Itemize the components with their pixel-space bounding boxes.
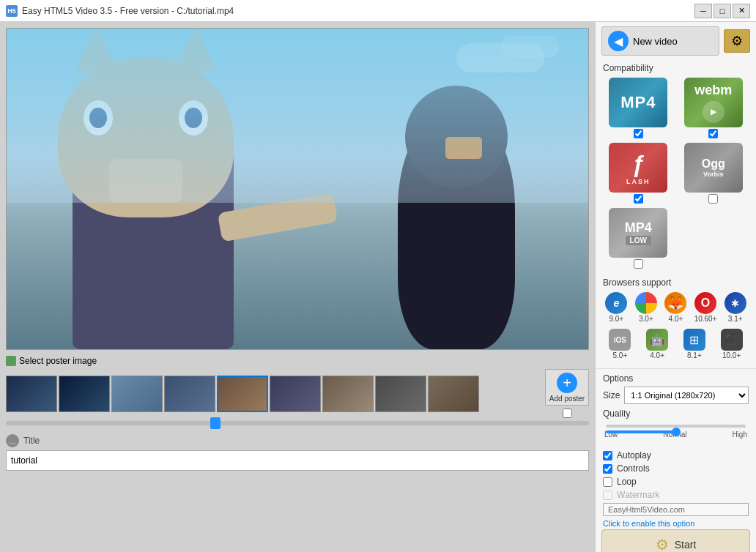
add-poster-button[interactable]: + Add poster: [545, 369, 589, 406]
settings-button[interactable]: ⚙: [724, 29, 750, 53]
app-title: Easy HTML5 Video 3.5 - Free version - C:…: [22, 6, 234, 16]
gear-icon: ⚙: [731, 33, 743, 49]
autoplay-checkbox[interactable]: [603, 451, 612, 460]
title-icon: …: [6, 434, 19, 447]
thumb-7[interactable]: [322, 376, 374, 412]
quality-row: Quality Low Normal High: [603, 409, 749, 439]
start-cog-icon: ⚙: [656, 536, 669, 552]
browser-firefox-version: 4.0+: [669, 315, 683, 323]
browser-chrome-icon: [635, 292, 657, 314]
browser-opera: O 10.60+: [692, 292, 719, 323]
mp4low-checkbox-row: [634, 259, 643, 269]
sky-layer: [7, 29, 588, 203]
title-input[interactable]: [6, 450, 589, 471]
title-bar: H5 Easy HTML5 Video 3.5 - Free version -…: [0, 0, 756, 22]
quality-thumb[interactable]: [672, 428, 681, 436]
browser-opera-icon: O: [694, 292, 716, 314]
poster-slider-track: [6, 421, 589, 425]
quality-fill: [606, 430, 679, 433]
watermark-checkbox: [603, 491, 612, 500]
badge-ogg: Ogg Vorbis: [684, 143, 743, 193]
poster-slider-thumb[interactable]: [210, 417, 220, 429]
options-label: Options: [603, 372, 749, 387]
poster-header: Select poster image: [6, 354, 589, 368]
loop-row: Loop: [596, 475, 756, 488]
new-video-label: New video: [633, 36, 678, 47]
controls-row: Controls: [596, 462, 756, 475]
badge-flash-icon: ƒ: [631, 151, 645, 178]
quality-label: Quality: [603, 409, 749, 419]
mobile-ios: iOS 5.0+: [603, 329, 637, 359]
flash-checkbox-row: [634, 194, 643, 204]
poster-area: Select poster image: [6, 354, 589, 430]
thumb-3[interactable]: [111, 376, 163, 412]
add-poster-plus-icon: +: [557, 373, 577, 393]
ogg-checkbox[interactable]: [708, 194, 718, 204]
main-container: Select poster image: [0, 22, 756, 552]
badge-mp4low-sub: LOW: [626, 236, 651, 245]
app-icon: H5: [6, 5, 18, 17]
add-poster-label: Add poster: [549, 395, 585, 403]
mp4-checkbox[interactable]: [634, 129, 643, 138]
badge-ogg-text: Ogg: [702, 157, 725, 171]
title-label-row: … Title: [6, 434, 589, 447]
browser-opera-version: 10.60+: [694, 315, 717, 323]
compat-mp4[interactable]: MP4: [603, 78, 674, 138]
browsers-grid: e 9.0+ 3.0+ 🦊 4.0+ O 10.60+ ✱ 3.1+: [596, 289, 756, 329]
mobile-winphone: ⊞ 8.1+: [678, 329, 712, 359]
thumb-4[interactable]: [164, 376, 215, 412]
thumb-2[interactable]: [59, 376, 110, 412]
minimize-button[interactable]: ─: [694, 4, 712, 18]
add-poster-wrap: + Add poster: [545, 369, 589, 418]
controls-checkbox[interactable]: [603, 464, 612, 474]
start-button[interactable]: ⚙ Start: [601, 529, 750, 552]
mp4low-checkbox[interactable]: [634, 259, 643, 269]
webm-checkbox[interactable]: [708, 129, 718, 138]
video-preview: [6, 28, 589, 350]
android-icon: 🤖: [646, 329, 668, 351]
watermark-input[interactable]: [603, 503, 749, 516]
thumb-6[interactable]: [270, 376, 321, 412]
loop-checkbox[interactable]: [603, 477, 612, 487]
new-video-button[interactable]: ◀ New video: [601, 26, 719, 56]
compat-ogg[interactable]: Ogg Vorbis: [678, 143, 749, 204]
thumb-8[interactable]: [375, 376, 426, 412]
compat-flash[interactable]: ƒ LASH: [603, 143, 674, 204]
bb-version: 10.0+: [722, 351, 741, 359]
browser-chrome-version: 3.0+: [639, 315, 653, 323]
poster-checkbox[interactable]: [563, 409, 572, 418]
video-frame: [7, 29, 588, 349]
browser-other-version: 3.1+: [728, 315, 743, 323]
badge-webm: webm ▶: [684, 78, 743, 127]
thumb-9[interactable]: [428, 376, 479, 412]
watermark-row: Watermark: [596, 488, 756, 501]
mobile-grid: iOS 5.0+ 🤖 4.0+ ⊞ 8.1+ ⬛ 10.0+: [596, 329, 756, 365]
flash-checkbox[interactable]: [634, 194, 643, 204]
compat-webm[interactable]: webm ▶: [678, 78, 749, 138]
close-button[interactable]: ✕: [733, 4, 750, 18]
quality-high-label: High: [732, 430, 747, 439]
compatibility-grid: MP4 webm ▶ ƒ LASH: [596, 75, 756, 275]
mp4-checkbox-row: [634, 129, 643, 138]
browser-ie: e 9.0+: [603, 292, 630, 323]
size-select[interactable]: 1:1 Original (1280x720) Custom 4:3 16:9: [624, 387, 749, 404]
badge-webm-text: webm: [694, 83, 732, 98]
winphone-version: 8.1+: [687, 351, 702, 359]
watermark-link[interactable]: Click to enable this option: [596, 518, 756, 529]
title-section: … Title: [6, 434, 589, 471]
webm-play-icon: ▶: [703, 101, 724, 123]
badge-mp4-text: MP4: [620, 93, 656, 112]
compatibility-label: Compatibility: [596, 60, 756, 75]
window-controls: ─ □ ✕: [694, 4, 750, 18]
thumb-1[interactable]: [6, 376, 57, 412]
poster-row: + Add poster: [6, 369, 589, 418]
maximize-button[interactable]: □: [714, 4, 731, 18]
badge-ogg-subtext: Vorbis: [703, 171, 723, 178]
poster-checkbox-wrap: [563, 409, 572, 418]
webm-checkbox-row: [708, 129, 718, 138]
start-label: Start: [675, 539, 697, 551]
compat-mp4low[interactable]: MP4 LOW: [603, 208, 674, 269]
thumb-5-selected[interactable]: [217, 376, 268, 412]
badge-flash-text: LASH: [626, 178, 651, 185]
browsers-label: Browsers support: [596, 275, 756, 289]
